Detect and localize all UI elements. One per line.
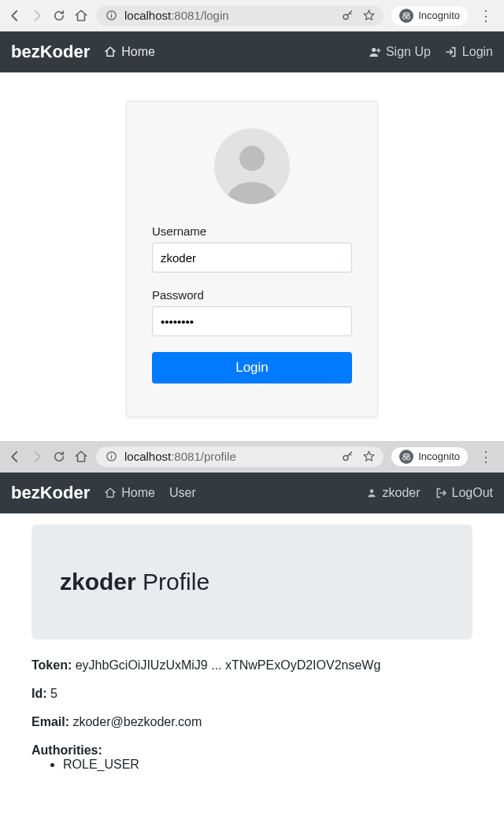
token-row: Token: eyJhbGciOiJIUzUxMiJ9 ... xTNwPExO… (32, 658, 472, 673)
svg-rect-8 (110, 455, 111, 458)
site-info-icon[interactable] (104, 9, 118, 23)
site-info-icon[interactable] (104, 450, 118, 464)
avatar-placeholder (152, 128, 352, 204)
sign-in-icon (445, 46, 458, 58)
browser-toolbar-profile: localhost:8081/profile Incognito ⋮ (0, 441, 504, 472)
nav-home[interactable]: Home (104, 486, 155, 500)
user-icon (366, 487, 377, 498)
nav-logout[interactable]: LogOut (435, 486, 493, 500)
token-label: Token: (32, 658, 72, 672)
nav-home-label: Home (121, 45, 155, 59)
username-input[interactable] (152, 243, 352, 272)
authority-item: ROLE_USER (63, 758, 472, 772)
forward-icon[interactable] (30, 9, 44, 23)
avatar-icon (214, 128, 290, 204)
email-row: Email: zkoder@bezkoder.com (32, 715, 472, 729)
login-card-wrap: Username Password Login (0, 72, 504, 441)
app-navbar-login: bezKoder Home Sign Up Login (0, 32, 504, 72)
home-nav-icon (104, 487, 117, 499)
reload-icon[interactable] (52, 9, 66, 23)
incognito-indicator: Incognito (391, 447, 468, 466)
svg-point-5 (407, 16, 410, 19)
url-path: :8081/profile (171, 450, 236, 463)
svg-point-6 (372, 48, 376, 52)
incognito-label: Incognito (418, 9, 460, 21)
url-host: localhost (124, 9, 171, 22)
authorities-row: Authorities: ROLE_USER (32, 743, 472, 772)
nav-login[interactable]: Login (445, 45, 493, 59)
address-bar[interactable]: localhost:8081/login (96, 6, 384, 26)
incognito-indicator: Incognito (391, 6, 468, 25)
back-icon[interactable] (8, 450, 22, 464)
svg-rect-2 (110, 13, 111, 13)
back-icon[interactable] (8, 9, 22, 23)
incognito-icon (399, 9, 413, 23)
address-bar[interactable]: localhost:8081/profile (96, 447, 384, 467)
nav-logout-label: LogOut (452, 486, 493, 500)
reload-icon[interactable] (52, 450, 66, 464)
url-text: localhost:8081/login (124, 9, 229, 22)
nav-signup-label: Sign Up (386, 45, 431, 59)
svg-point-13 (370, 489, 374, 493)
nav-home-label: Home (121, 486, 155, 500)
profile-info: Token: eyJhbGciOiJIUzUxMiJ9 ... xTNwPExO… (32, 658, 472, 772)
nav-username[interactable]: zkoder (366, 486, 420, 500)
incognito-label: Incognito (418, 450, 460, 462)
key-icon[interactable] (341, 450, 355, 464)
svg-rect-9 (110, 454, 111, 454)
email-label: Email: (32, 715, 69, 728)
password-input[interactable] (152, 306, 352, 336)
svg-rect-1 (110, 14, 111, 17)
star-icon[interactable] (361, 9, 376, 23)
email-value: zkoder@bezkoder.com (72, 715, 202, 728)
menu-kebab-icon[interactable]: ⋮ (476, 7, 496, 24)
profile-jumbotron: zkoder Profile (32, 524, 472, 639)
home-icon[interactable] (74, 450, 88, 464)
login-button[interactable]: Login (152, 352, 352, 384)
brand-logo[interactable]: bezKoder (11, 42, 90, 62)
sign-out-icon (435, 487, 447, 499)
nav-signup[interactable]: Sign Up (369, 45, 431, 59)
authorities-label: Authorities: (32, 743, 102, 757)
svg-point-11 (403, 457, 406, 460)
home-nav-icon (104, 46, 117, 58)
nav-home[interactable]: Home (104, 45, 155, 59)
nav-user-label: User (169, 486, 196, 500)
svg-point-4 (403, 16, 406, 19)
brand-logo[interactable]: bezKoder (11, 483, 90, 503)
forward-icon[interactable] (30, 450, 44, 464)
password-label: Password (152, 288, 352, 302)
nav-login-label: Login (462, 45, 493, 59)
login-card: Username Password Login (126, 101, 378, 417)
menu-kebab-icon[interactable]: ⋮ (476, 448, 496, 465)
incognito-icon (399, 450, 413, 464)
svg-point-12 (407, 457, 410, 460)
profile-title-user: zkoder (60, 569, 136, 595)
profile-title: zkoder Profile (60, 569, 444, 595)
token-value: eyJhbGciOiJIUzUxMiJ9 ... xTNwPExOyD2IOV2… (76, 658, 381, 672)
id-value: 5 (50, 687, 57, 700)
url-text: localhost:8081/profile (124, 450, 236, 463)
star-icon[interactable] (361, 450, 376, 464)
browser-toolbar-login: localhost:8081/login Incognito ⋮ (0, 0, 504, 32)
nav-user[interactable]: User (169, 486, 196, 500)
id-row: Id: 5 (32, 687, 472, 701)
profile-title-word: Profile (136, 569, 209, 595)
nav-username-label: zkoder (382, 486, 420, 500)
username-label: Username (152, 224, 352, 238)
key-icon[interactable] (341, 9, 355, 23)
user-plus-icon (369, 46, 381, 58)
url-host: localhost (124, 450, 171, 463)
url-path: :8081/login (171, 9, 228, 22)
authorities-list: ROLE_USER (63, 758, 472, 772)
id-label: Id: (32, 687, 47, 700)
home-icon[interactable] (74, 9, 88, 23)
app-navbar-profile: bezKoder Home User zkoder LogOut (0, 472, 504, 513)
